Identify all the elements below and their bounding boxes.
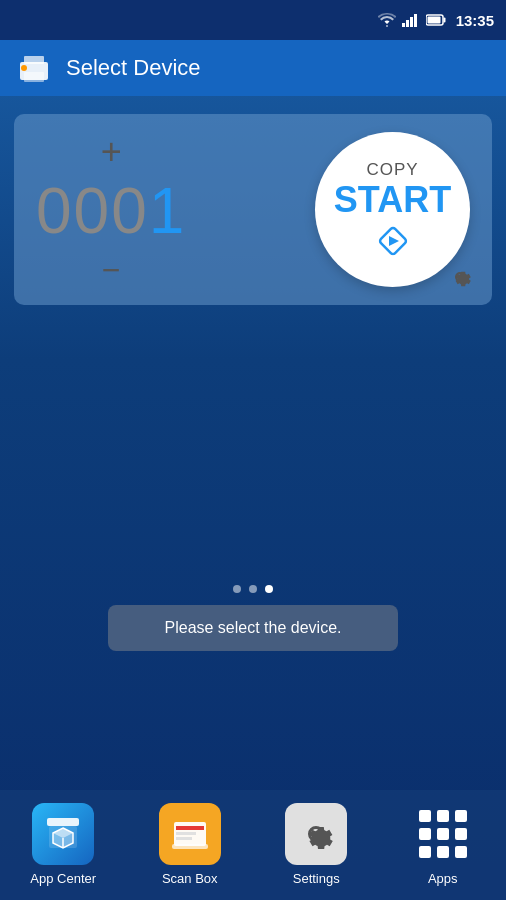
svg-rect-2 (410, 17, 413, 27)
toast-text: Please select the device. (165, 619, 342, 636)
apps-dot (437, 828, 449, 840)
settings-icon (285, 803, 347, 865)
dock-item-settings[interactable]: Settings (271, 803, 361, 886)
counter-display: 0001 (36, 174, 186, 248)
svg-rect-9 (24, 72, 44, 82)
printer-icon (16, 50, 52, 86)
copy-label: COPY (366, 160, 418, 180)
svg-rect-5 (443, 18, 445, 23)
appcenter-icon (32, 803, 94, 865)
page-indicators (0, 585, 506, 593)
apps-grid (412, 803, 474, 865)
svg-point-10 (21, 65, 27, 71)
apps-dot (455, 846, 467, 858)
counter-zeros: 000 (36, 175, 149, 247)
svg-rect-20 (176, 832, 196, 835)
svg-rect-21 (176, 837, 192, 840)
apps-icon (412, 803, 474, 865)
battery-icon (426, 14, 446, 26)
wifi-icon (378, 13, 396, 27)
apps-dot (437, 846, 449, 858)
dock-item-scanbox[interactable]: Scan Box (145, 803, 235, 886)
svg-rect-22 (172, 844, 208, 849)
settings-gear-icon[interactable] (446, 263, 474, 291)
scanbox-icon (159, 803, 221, 865)
app-bar: Select Device (0, 40, 506, 96)
increment-button[interactable]: + (101, 134, 122, 170)
svg-rect-13 (47, 818, 79, 826)
start-label: START (334, 180, 451, 220)
svg-rect-8 (24, 56, 44, 64)
page-dot-3 (265, 585, 273, 593)
svg-rect-3 (414, 14, 417, 27)
toast-message: Please select the device. (108, 605, 398, 651)
signal-icon (402, 13, 420, 27)
scanbox-label: Scan Box (162, 871, 218, 886)
start-icon (375, 223, 411, 259)
app-bar-title: Select Device (66, 55, 201, 81)
bottom-dock: App Center Scan Box Settings (0, 790, 506, 900)
svg-marker-12 (389, 236, 399, 246)
apps-dot (455, 810, 467, 822)
dock-item-appcenter[interactable]: App Center (18, 803, 108, 886)
svg-rect-1 (406, 20, 409, 27)
svg-rect-6 (427, 17, 440, 24)
apps-dot (419, 828, 431, 840)
page-dot-2 (249, 585, 257, 593)
apps-dot (419, 846, 431, 858)
apps-dot (437, 810, 449, 822)
dock-item-apps[interactable]: Apps (398, 803, 488, 886)
decrement-button[interactable]: − (102, 254, 121, 286)
page-dot-1 (233, 585, 241, 593)
svg-rect-19 (176, 826, 204, 830)
status-bar: 13:35 (0, 0, 506, 40)
counter-section: + 0001 − (36, 134, 186, 286)
settings-label: Settings (293, 871, 340, 886)
svg-rect-0 (402, 23, 405, 27)
apps-dot (419, 810, 431, 822)
appcenter-label: App Center (30, 871, 96, 886)
widget-container: + 0001 − COPY START (14, 114, 492, 305)
counter-digit: 1 (149, 175, 187, 247)
apps-label: Apps (428, 871, 458, 886)
status-time: 13:35 (456, 12, 494, 29)
apps-dot (455, 828, 467, 840)
